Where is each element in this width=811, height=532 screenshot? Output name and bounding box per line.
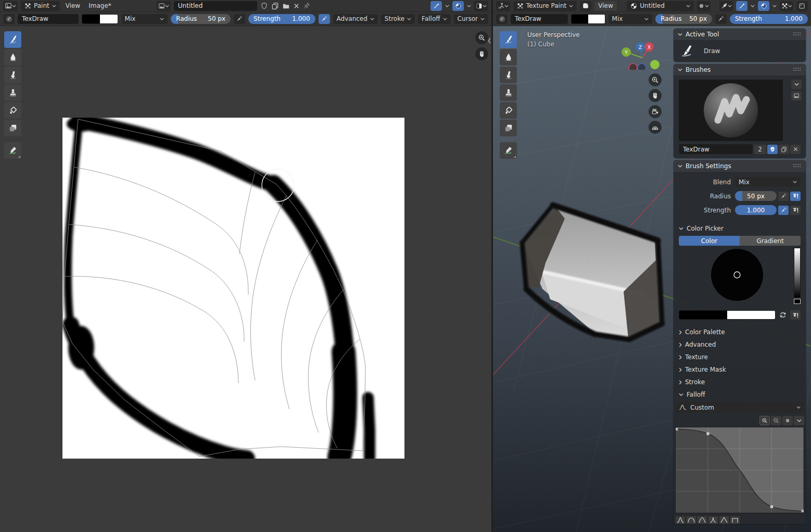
strength-slider[interactable]: Strength 1.000 [730, 14, 808, 24]
radius-pressure-toggle[interactable] [778, 192, 789, 201]
pan-button[interactable] [475, 47, 488, 60]
color-swatch-pair[interactable] [82, 14, 118, 24]
preset-smooth-button[interactable] [675, 516, 686, 524]
panel-grip[interactable] [793, 32, 802, 36]
editor-type-button[interactable] [496, 1, 510, 11]
brush-icon-button[interactable] [791, 91, 802, 100]
strength-unified-toggle[interactable] [790, 206, 801, 215]
paint-mode-dropdown[interactable]: Paint [21, 1, 60, 11]
tab-color[interactable]: Color [679, 236, 740, 246]
curve-zoom-out-button[interactable] [771, 416, 781, 425]
active-tool-panel-header[interactable]: Active Tool [674, 29, 806, 40]
strength-pressure-toggle[interactable] [319, 14, 330, 24]
brush-preview-button[interactable] [3, 14, 15, 24]
camera-view-button[interactable] [649, 105, 662, 118]
blend-mode-dropdown[interactable]: Mix [121, 14, 168, 24]
curve-zoom-in-button[interactable] [759, 416, 770, 425]
brush-name-field[interactable]: TexDraw [511, 14, 568, 24]
chevron-down-icon[interactable] [467, 5, 471, 7]
shield-icon[interactable] [260, 2, 268, 10]
proportional-edit-dropdown[interactable] [430, 1, 442, 11]
color-swatch-pair[interactable] [571, 14, 605, 24]
image-menu[interactable]: Image* [86, 1, 114, 10]
curve-point-end[interactable] [802, 510, 804, 512]
tool-soften-button[interactable] [500, 49, 517, 66]
strength-slider[interactable]: Strength 1.000 [248, 14, 315, 24]
preset-constant-button[interactable] [730, 516, 740, 524]
brush-name-field[interactable]: TexDraw [679, 144, 753, 154]
radius-slider[interactable]: Radius 50 px [171, 14, 231, 24]
tool-annotate-button[interactable] [4, 142, 21, 159]
primary-color-swatch[interactable] [572, 15, 588, 23]
tool-draw-button[interactable] [500, 31, 517, 48]
overlays-dropdown[interactable] [796, 1, 808, 11]
swap-colors-icon[interactable] [779, 311, 787, 319]
preset-sphere-button[interactable] [686, 516, 696, 524]
preset-root-button[interactable] [697, 516, 707, 524]
tool-draw-button[interactable] [4, 31, 21, 48]
open-folder-icon[interactable] [282, 2, 290, 10]
duplicate-brush-button[interactable] [779, 145, 789, 154]
preset-linear-button[interactable] [719, 516, 729, 524]
proportional-edit-dropdown[interactable] [736, 1, 747, 11]
view-menu[interactable]: View [594, 1, 616, 11]
tool-clone-button[interactable] [500, 84, 517, 101]
curve-extra-dropdown[interactable] [794, 416, 804, 425]
brush-users-count[interactable]: 2 [754, 145, 766, 154]
falloff-curve-widget[interactable] [675, 427, 804, 513]
strength-slider[interactable]: 1.000 [735, 205, 777, 215]
curve-point-b[interactable] [770, 505, 773, 508]
brush-preview-button[interactable] [496, 14, 508, 24]
image-name-field[interactable]: Untitled [174, 1, 257, 11]
section-texture[interactable]: Texture [674, 351, 806, 363]
paint-canvas[interactable] [62, 118, 404, 459]
secondary-color-swatch[interactable] [588, 15, 605, 23]
section-color-palette[interactable]: Color Palette [674, 326, 806, 338]
primary-secondary-colors[interactable] [679, 310, 776, 320]
brushes-panel-header[interactable]: Brushes [674, 64, 806, 75]
chevron-down-icon[interactable] [445, 5, 449, 7]
tab-gradient[interactable]: Gradient [740, 236, 801, 246]
tool-mask-button[interactable] [4, 120, 21, 136]
ortho-toggle-button[interactable] [649, 121, 662, 134]
sample-color-dropdown[interactable] [719, 1, 733, 11]
falloff-shape-dropdown[interactable] [758, 1, 769, 11]
color-wheel[interactable] [710, 248, 764, 302]
chevron-down-icon[interactable] [772, 5, 777, 7]
tool-fill-button[interactable] [500, 102, 517, 119]
navigation-gizmo[interactable]: Z X Y [620, 32, 667, 70]
brush-name-field[interactable]: TexDraw [18, 14, 79, 24]
tool-fill-button[interactable] [4, 102, 21, 119]
zoom-button[interactable] [649, 73, 662, 86]
editor-type-button[interactable] [3, 1, 18, 11]
gizmo-y-neg-axis[interactable] [650, 60, 660, 69]
brush-select-dropdown[interactable] [791, 80, 802, 89]
blend-mode-dropdown[interactable]: Mix [609, 14, 653, 24]
pin-icon[interactable] [303, 2, 310, 9]
tool-mask-button[interactable] [500, 120, 517, 136]
cursor-popover[interactable]: Cursor [454, 14, 488, 24]
secondary-color-swatch[interactable] [727, 311, 775, 319]
tool-clone-button[interactable] [4, 84, 21, 101]
unlink-icon[interactable] [293, 3, 300, 9]
view-menu[interactable]: View [63, 1, 83, 10]
unlink-brush-button[interactable] [790, 145, 801, 154]
radius-pressure-toggle[interactable] [715, 14, 727, 24]
radius-slider[interactable]: Radius 50 px [655, 14, 712, 24]
blend-dropdown[interactable]: Mix [735, 177, 801, 187]
section-falloff[interactable]: Falloff [674, 388, 806, 401]
zoom-in-button[interactable] [475, 31, 488, 44]
fake-user-toggle[interactable] [767, 145, 778, 154]
section-texture-mask[interactable]: Texture Mask [674, 363, 806, 376]
viewport-canvas[interactable]: User Perspective (1) Cube Z X Y [493, 26, 811, 532]
falloff-shape-dropdown[interactable] [452, 1, 464, 11]
panel-grip[interactable] [793, 164, 802, 168]
tool-smear-button[interactable] [500, 67, 517, 83]
image-datablock-button[interactable] [157, 1, 171, 11]
brush-preview[interactable] [679, 80, 783, 141]
advanced-popover[interactable]: Advanced [333, 14, 378, 24]
section-advanced[interactable]: Advanced [674, 338, 806, 351]
texture-paint-mode-dropdown[interactable]: Texture Paint [513, 1, 577, 11]
image-canvas-area[interactable]: ❮ [0, 26, 491, 532]
brush-settings-panel-header[interactable]: Brush Settings [674, 160, 806, 172]
